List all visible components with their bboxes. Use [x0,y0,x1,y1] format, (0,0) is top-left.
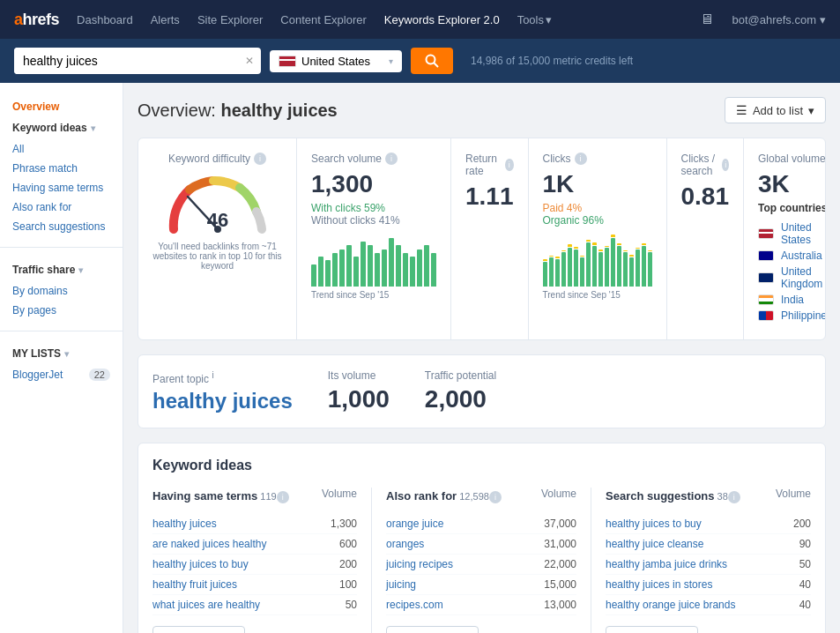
kd-info-icon[interactable]: i [254,153,266,165]
sidebar-item-same-terms[interactable]: Having same terms [0,178,123,197]
keyword-col-info-icon[interactable]: i [728,491,740,503]
sidebar-item-overview[interactable]: Overview [0,97,123,116]
sidebar-item-by-pages[interactable]: By pages [0,301,123,320]
sv-bar [311,264,316,287]
keyword-col-count: 38 [715,491,728,502]
sidebar-item-also-rank[interactable]: Also rank for [0,197,123,217]
clicks-bar-col [580,234,584,287]
country-name[interactable]: United States [781,221,826,246]
country-row: India40013% [758,294,826,306]
keyword-link[interactable]: healthy juices to buy [606,518,702,530]
keyword-col-info-icon[interactable]: i [277,491,289,503]
sv-bar [417,249,422,287]
nav-content-explorer[interactable]: Content Explorer [280,13,367,26]
keyword-link[interactable]: juicing recipes [386,558,453,570]
nav-site-explorer[interactable]: Site Explorer [197,13,263,26]
sv-info-icon[interactable]: i [385,153,398,165]
view-full-report-button-same_terms[interactable]: View full report [152,626,245,633]
add-to-list-button[interactable]: ☰ Add to list ▾ [725,97,826,123]
search-input-wrap: ✕ [14,48,261,74]
nav-keywords-explorer[interactable]: Keywords Explorer 2.0 [384,13,500,26]
country-row: United States1,30041% [758,221,826,246]
keyword-link[interactable]: healthy juices [152,518,217,530]
country-name[interactable]: United Kingdom [781,265,826,290]
keyword-ideas-grid: Having same terms 119iVolumehealthy juic… [152,488,811,633]
keyword-link[interactable]: healthy juice cleanse [606,538,703,550]
keyword-link[interactable]: healthy juices in stores [606,578,712,591]
sidebar-item-bloggerjet[interactable]: BloggerJet 22 [0,365,123,384]
parent-topic-label: Parent topic i [152,370,293,385]
keyword-link[interactable]: healthy jamba juice drinks [606,558,727,570]
sv-trend-label: Trend since Sep '15 [311,290,436,300]
clicks-value: 1K [543,172,652,197]
keyword-link[interactable]: oranges [386,538,424,550]
clicks-bar-col [598,234,603,287]
keyword-vol-val: 15,000 [532,578,576,591]
country-name[interactable]: Australia [781,249,826,262]
keyword-col-info-icon[interactable]: i [489,491,502,503]
parent-topic-info-icon[interactable]: i [212,370,213,380]
user-menu[interactable]: bot@ahrefs.com ▾ [732,13,826,26]
nav-dashboard[interactable]: Dashboard [77,13,133,26]
keyword-link[interactable]: healthy orange juice brands [606,599,735,611]
keyword-link[interactable]: recipes.com [386,599,443,611]
clicks-bar-col [605,234,609,287]
sv-bar [353,257,359,287]
view-full-report-button-also_rank[interactable]: View full report [386,626,479,633]
clicks-bar-col [574,234,578,287]
list-icon: ☰ [736,103,747,117]
global-volume-card: Global volume i 3K Top countries by volu… [744,138,826,339]
sv-bar [361,242,366,287]
svg-text:46: 46 [206,209,227,231]
sv-bar [318,257,323,287]
keyword-row: healthy orange juice brands40 [606,595,811,615]
rr-info-icon[interactable]: i [505,159,514,171]
clicks-bar-col [642,234,646,287]
clicks-paid-bar [636,248,640,249]
top-countries-title: Top countries by volume [758,202,826,214]
sidebar-item-all[interactable]: All [0,139,123,159]
search-bar: ✕ United States ▾ 14,986 of 15,000 metri… [0,39,840,83]
monitor-icon[interactable]: 🖥 [700,11,714,27]
nav-alerts[interactable]: Alerts [151,13,180,26]
search-button[interactable] [411,48,453,74]
search-input[interactable] [14,48,238,74]
country-name[interactable]: India [781,294,826,306]
keyword-link[interactable]: what juices are healthy [152,599,260,611]
sidebar-item-search-suggestions[interactable]: Search suggestions [0,217,123,236]
keyword-col-also_rank: Also rank for 12,598iVolumeorange juice3… [372,488,591,633]
clear-search-icon[interactable]: ✕ [238,49,261,72]
country-select[interactable]: United States ▾ [270,50,402,72]
country-name[interactable]: Philippines [781,309,826,322]
keyword-vol-val: 37,000 [532,518,576,530]
keyword-link[interactable]: healthy juices to buy [152,558,249,570]
sidebar-item-traffic-share[interactable]: Traffic share ▾ [0,258,123,281]
keyword-col-search_suggestions: Search suggestions 38iVolumehealthy juic… [591,488,811,633]
keyword-link[interactable]: orange juice [386,518,443,530]
keyword-row: healthy juices in stores40 [606,575,811,595]
keyword-link[interactable]: juicing [386,578,416,591]
sidebar-item-keyword-ideas[interactable]: Keyword ideas ▾ [0,116,123,139]
sidebar-item-by-domains[interactable]: By domains [0,281,123,301]
keyword-vol-val: 22,000 [532,558,576,570]
cps-info-icon[interactable]: i [722,159,729,171]
sv-bar [332,253,338,287]
view-full-report-button-search_suggestions[interactable]: View full report [606,626,698,633]
clicks-organic-bar [623,252,628,287]
nav-tools[interactable]: Tools ▾ [517,13,552,26]
keyword-link[interactable]: are naked juices healthy [152,538,266,550]
sidebar-my-lists[interactable]: MY LISTS ▾ [0,342,123,365]
clicks-bar-col [568,234,572,287]
keyword-link[interactable]: healthy fruit juices [152,578,237,591]
clicks-paid: Paid 4% [543,202,652,214]
clicks-info-icon[interactable]: i [575,153,587,165]
parent-topic-value[interactable]: healthy juices [152,389,293,413]
clicks-organic-bar [549,257,554,287]
sidebar: Overview Keyword ideas ▾ All Phrase matc… [0,83,123,633]
keyword-ideas-title: Keyword ideas [152,458,811,473]
sv-bar [339,249,345,287]
sidebar-item-phrase-match[interactable]: Phrase match [0,159,123,178]
clicks-bar-col [623,234,628,287]
keyword-vol-val: 13,000 [532,599,576,611]
clicks-paid-bar [586,240,591,242]
